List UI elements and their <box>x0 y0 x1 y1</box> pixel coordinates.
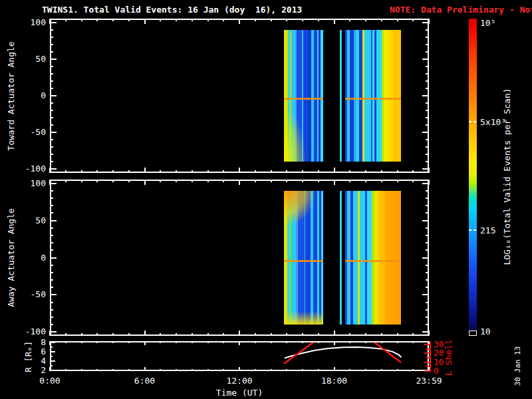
tick <box>81 170 82 173</box>
tick <box>239 168 240 173</box>
tick <box>50 59 57 60</box>
tick-label: 100 <box>15 179 46 188</box>
tick <box>50 154 53 155</box>
tick <box>365 170 366 173</box>
tick <box>426 139 429 140</box>
tick <box>223 170 224 173</box>
block-overlay-midline <box>345 260 401 262</box>
tick <box>50 309 53 311</box>
tick <box>381 170 382 173</box>
tick <box>65 333 66 336</box>
tick <box>422 257 429 259</box>
tick <box>207 333 209 336</box>
tick <box>422 132 429 133</box>
tick <box>286 19 287 21</box>
tick-label: 50 <box>15 216 46 225</box>
tick <box>50 183 57 184</box>
tick <box>50 161 53 162</box>
tick <box>412 333 414 336</box>
tick <box>271 19 272 21</box>
tick <box>50 198 53 199</box>
tick <box>318 180 319 182</box>
tick <box>397 170 398 173</box>
tick <box>50 44 53 45</box>
tick-label: -50 <box>15 128 46 137</box>
tick <box>349 170 350 173</box>
tick <box>144 168 146 173</box>
tick <box>96 333 98 336</box>
tick <box>223 180 224 182</box>
tick <box>426 66 429 67</box>
tick <box>50 132 57 133</box>
tick-label-lshell: 0 <box>434 366 454 376</box>
tick <box>50 66 53 67</box>
tick <box>50 294 57 295</box>
tick <box>160 19 161 21</box>
tick <box>49 19 51 24</box>
tick <box>428 19 430 24</box>
tick <box>271 180 272 182</box>
spectrogram-block <box>284 191 323 325</box>
tick <box>397 19 398 21</box>
tick <box>428 180 430 185</box>
tick <box>65 180 66 182</box>
spectrogram-block <box>345 30 401 162</box>
tick <box>49 341 51 345</box>
x-tick-label: 18:00 <box>315 376 354 386</box>
tick <box>96 180 98 182</box>
tick <box>176 180 177 182</box>
tick <box>426 29 429 31</box>
tick <box>302 170 303 173</box>
tick <box>286 180 287 182</box>
tick <box>50 37 53 38</box>
tick <box>255 180 256 182</box>
block-overlay-ybb <box>284 191 323 325</box>
tick <box>207 19 209 21</box>
tick <box>426 309 429 311</box>
tick <box>50 220 57 221</box>
tick <box>112 170 114 173</box>
tick <box>65 170 66 173</box>
tick <box>160 170 161 173</box>
spectrogram-block <box>345 191 401 325</box>
tick <box>81 333 82 336</box>
tick <box>318 19 319 21</box>
tick <box>426 242 429 243</box>
colorbar-tick-dash <box>469 229 477 231</box>
spectrogram-block <box>340 30 342 162</box>
tick <box>49 331 51 336</box>
tick <box>412 180 414 182</box>
tick <box>255 333 256 336</box>
lshell-curve <box>373 342 401 362</box>
tick <box>426 124 429 126</box>
tick <box>426 249 429 251</box>
tick <box>128 180 130 182</box>
tick <box>286 333 287 336</box>
tick <box>112 180 114 182</box>
tick <box>50 124 53 126</box>
tick <box>334 331 335 336</box>
preliminary-note: NOTE: Data Preliminary - Not validated <box>390 5 532 15</box>
tick <box>144 331 146 336</box>
tick-red <box>424 370 431 372</box>
tick <box>349 19 350 21</box>
tick <box>65 19 66 21</box>
tick <box>128 170 130 173</box>
tick <box>50 302 53 303</box>
x-tick-label: 12:00 <box>219 376 259 386</box>
tick <box>381 19 382 21</box>
tick <box>50 190 53 192</box>
tick <box>426 190 429 192</box>
tick <box>426 287 429 288</box>
tick <box>426 212 429 213</box>
tick <box>50 331 57 332</box>
tick <box>426 198 429 199</box>
tick <box>49 367 51 371</box>
tick <box>349 333 350 336</box>
tick-label: 0 <box>15 253 46 263</box>
tick <box>50 88 53 89</box>
tick <box>50 235 53 236</box>
tick <box>192 170 193 173</box>
tick <box>112 333 114 336</box>
tick <box>50 117 53 118</box>
